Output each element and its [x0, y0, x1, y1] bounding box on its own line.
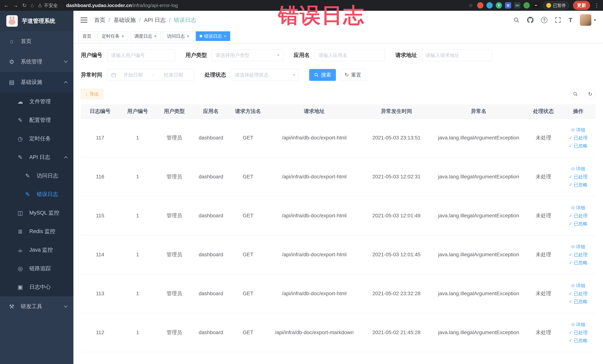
processed-link[interactable]: ✓已处理 [569, 291, 588, 297]
table-cell: 116 [81, 157, 119, 196]
sidebar-item-redis[interactable]: ≣Redis 监控 [0, 222, 73, 241]
detail-link[interactable]: ⊙详细 [571, 166, 585, 172]
sidebar-item-trace[interactable]: ◎链路追踪 [0, 259, 73, 278]
detail-link[interactable]: ⊙详细 [571, 244, 585, 250]
ignored-link[interactable]: ✓已忽略 [569, 260, 588, 266]
tab-首页[interactable]: 首页 [79, 31, 95, 41]
sidebar-item-home[interactable]: ⌂首页 [0, 31, 73, 52]
close-icon[interactable]: × [187, 34, 189, 39]
user-id-input[interactable] [107, 49, 175, 61]
processed-link[interactable]: ✓已处理 [569, 174, 588, 180]
sidebar-item-infra[interactable]: ▤基础设施 [0, 72, 73, 92]
detail-link[interactable]: ⊙详细 [571, 282, 585, 289]
ignored-link[interactable]: ✓已忽略 [569, 299, 588, 305]
table-cell: /api/infra/db-doc/export-html [267, 118, 362, 157]
switchy-on-extension-icon[interactable]: on [514, 2, 521, 9]
search-icon[interactable] [513, 17, 520, 23]
sidebar-menu: ⌂首页⚙系统管理▤基础设施☁文件管理✎配置管理◷定时任务✎API 日志✎访问日志… [0, 31, 73, 364]
ignored-link[interactable]: ✓已忽略 [569, 338, 588, 344]
grid-extension-icon[interactable]: ⊞ [505, 2, 511, 9]
ignored-link[interactable]: ✓已忽略 [569, 182, 588, 188]
detail-link[interactable]: ⊙详细 [571, 322, 585, 328]
tampermonkey-extension-icon[interactable]: •• [533, 2, 539, 9]
breadcrumb-item[interactable]: API 日志 [144, 16, 166, 24]
detail-link[interactable]: ⊙详细 [571, 205, 585, 211]
tab-调度日志[interactable]: 调度日志× [130, 31, 161, 41]
user-type-select[interactable]: 请选择用户类型 ▾ [212, 49, 283, 61]
sidebar-item-mysql[interactable]: ◫MySQL 监控 [0, 204, 73, 222]
ignored-link[interactable]: ✓已忽略 [569, 221, 588, 227]
sidebar-item-api-log[interactable]: ✎API 日志 [0, 148, 73, 166]
fullscreen-icon[interactable] [555, 17, 561, 23]
close-icon[interactable]: × [121, 34, 124, 39]
check-icon: ✓ [569, 143, 572, 148]
sidebar-item-java[interactable]: ☕Java 监控 [0, 241, 73, 259]
help-icon[interactable]: ? [541, 17, 547, 23]
check-icon: ✓ [569, 338, 572, 343]
sidebar-item-log-center[interactable]: ▣日志中心 [0, 278, 73, 296]
request-url-input[interactable] [422, 49, 492, 61]
column-header: 日志编号 [81, 104, 119, 118]
github-icon[interactable] [527, 17, 534, 23]
filter-user-id: 用户编号 [81, 49, 175, 61]
avatar-caret-down-icon[interactable]: ▾ [594, 18, 596, 23]
sidebar-item-job[interactable]: ◷定时任务 [0, 129, 73, 148]
app-name-input[interactable] [314, 49, 385, 61]
update-button[interactable]: 更新 [573, 1, 590, 10]
app-logo[interactable]: 芋道管理系统 [0, 11, 73, 31]
reset-button[interactable]: ↻ 重置 [340, 69, 366, 81]
orange-extension-icon[interactable] [477, 2, 483, 9]
hamburger-icon[interactable] [81, 17, 88, 23]
browser-home-icon[interactable]: ⌂ [31, 2, 34, 8]
ignored-link[interactable]: ✓已忽略 [569, 143, 588, 149]
table-cell: 115 [81, 196, 119, 235]
sidebar-item-config[interactable]: ✎配置管理 [0, 111, 73, 129]
table-cell: java.lang.IllegalArgumentException [431, 274, 526, 313]
tab-定时任务[interactable]: 定时任务× [98, 31, 128, 41]
reload-icon[interactable]: ↻ [22, 2, 26, 9]
processed-link[interactable]: ✓已处理 [569, 135, 588, 141]
processed-link[interactable]: ✓已处理 [569, 329, 588, 336]
actions-cell: ⊙详细✓已处理✓已忽略 [561, 157, 596, 196]
tab-label: 首页 [82, 33, 91, 39]
tab-访问日志[interactable]: 访问日志× [163, 31, 193, 41]
paused-badge[interactable]: 已暂停 [543, 1, 569, 10]
exception-time-range[interactable]: 开始日期 - 结束日期 [107, 69, 194, 81]
sidebar-item-error-log[interactable]: ✎错误日志 [0, 185, 73, 204]
export-button[interactable]: ↓ 导出 [81, 89, 103, 99]
detail-link[interactable]: ⊙详细 [571, 127, 585, 133]
water-drop-extension-icon[interactable] [487, 2, 493, 9]
toggle-search-button[interactable] [570, 89, 581, 99]
breadcrumb-item[interactable]: 首页 [94, 16, 105, 24]
back-icon[interactable]: ← [4, 2, 9, 8]
font-size-icon[interactable]: T [568, 16, 572, 24]
search-button[interactable]: 搜索 [309, 69, 336, 81]
avatar[interactable] [580, 14, 591, 26]
leaf-extension-icon[interactable] [523, 2, 530, 9]
close-icon[interactable]: × [154, 34, 157, 39]
processed-link[interactable]: ✓已处理 [569, 213, 588, 219]
vue-devtools-extension-icon[interactable]: V [496, 2, 502, 9]
sidebar-item-devtools[interactable]: ⚒研发工具 [0, 296, 73, 317]
forward-icon[interactable]: → [13, 2, 18, 8]
table-toolbar: ↓ 导出 ↻ [81, 89, 596, 99]
sidebar-item-file[interactable]: ☁文件管理 [0, 92, 73, 111]
refresh-table-button[interactable]: ↻ [585, 89, 596, 99]
filter-row-2: 异常时间 开始日期 - 结束日期 处理状态 请选择处理状态 ▾ [81, 69, 596, 81]
security-indicator[interactable]: ⚠ 不安全 [38, 2, 62, 9]
sidebar-item-access-log[interactable]: ✎访问日志 [0, 166, 73, 185]
browser-menu-icon[interactable]: ⋮ [594, 2, 599, 9]
user-type-label: 用户类型 [185, 52, 207, 59]
url-bar[interactable]: dashboard.yudao.iocoder.cn/infra/log/api… [66, 3, 464, 8]
close-icon[interactable]: × [224, 34, 226, 39]
bookmark-star-icon[interactable]: ☆ [468, 2, 473, 9]
process-status-select[interactable]: 请选择处理状态 ▾ [231, 69, 299, 81]
tab-错误日志[interactable]: 错误日志× [196, 31, 230, 41]
sidebar-item-system[interactable]: ⚙系统管理 [0, 52, 73, 72]
refresh-icon: ↻ [345, 72, 349, 78]
breadcrumb-item[interactable]: 基础设施 [114, 16, 136, 24]
processed-link[interactable]: ✓已处理 [569, 252, 588, 258]
table-cell: GET [229, 313, 267, 352]
table-cell: /api/infra/db-doc/export-html [267, 196, 362, 235]
eye-icon: ◎ [16, 265, 24, 272]
